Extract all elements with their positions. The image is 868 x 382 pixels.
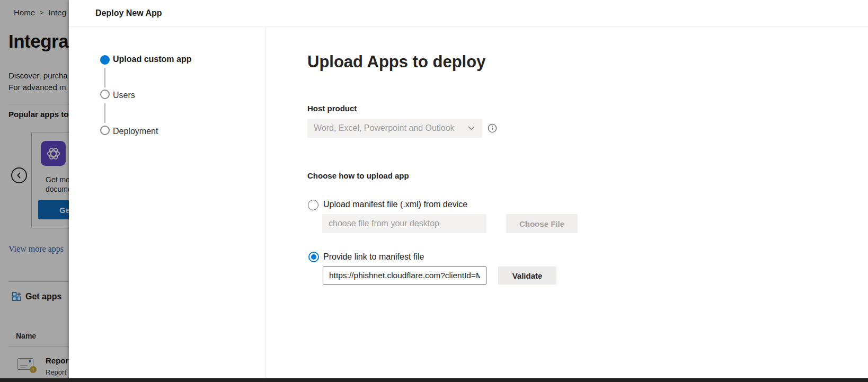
stepper-divider xyxy=(265,27,266,379)
step-users: Users xyxy=(113,91,135,100)
radio-upload-manifest-file[interactable] xyxy=(308,200,318,210)
step-deployment: Deployment xyxy=(113,127,158,136)
info-icon[interactable] xyxy=(488,123,497,133)
file-path-input xyxy=(322,214,486,233)
chevron-down-icon xyxy=(468,126,475,130)
step-connector xyxy=(104,68,105,87)
step-indicator-icon xyxy=(100,126,110,135)
step-connector xyxy=(104,103,105,123)
host-product-value: Word, Excel, Powerpoint and Outlook xyxy=(314,123,468,133)
radio-provide-link-label: Provide link to manifest file xyxy=(323,252,424,262)
step-indicator-active-icon xyxy=(100,55,110,65)
header-divider xyxy=(69,26,868,27)
radio-provide-link[interactable] xyxy=(308,252,319,262)
content-title: Upload Apps to deploy xyxy=(307,52,485,72)
choose-file-button: Choose File xyxy=(506,214,578,233)
panel-title: Deploy New App xyxy=(95,8,162,18)
step-upload-custom-app: Upload custom app xyxy=(113,55,191,64)
manifest-url-input[interactable] xyxy=(323,266,486,285)
validate-button[interactable]: Validate xyxy=(498,266,556,285)
host-product-dropdown: Word, Excel, Powerpoint and Outlook xyxy=(307,119,482,138)
deploy-new-app-panel: Deploy New App Upload custom app Users D… xyxy=(69,0,868,382)
host-product-label: Host product xyxy=(307,104,357,113)
screen: Home > Integ Integra Discover, purcha Fo… xyxy=(0,0,868,382)
window-bottom-edge xyxy=(0,378,868,382)
step-indicator-icon xyxy=(100,90,110,99)
choose-upload-label: Choose how to upload app xyxy=(307,171,409,180)
radio-upload-manifest-file-label: Upload manifest file (.xml) from device xyxy=(323,200,467,209)
